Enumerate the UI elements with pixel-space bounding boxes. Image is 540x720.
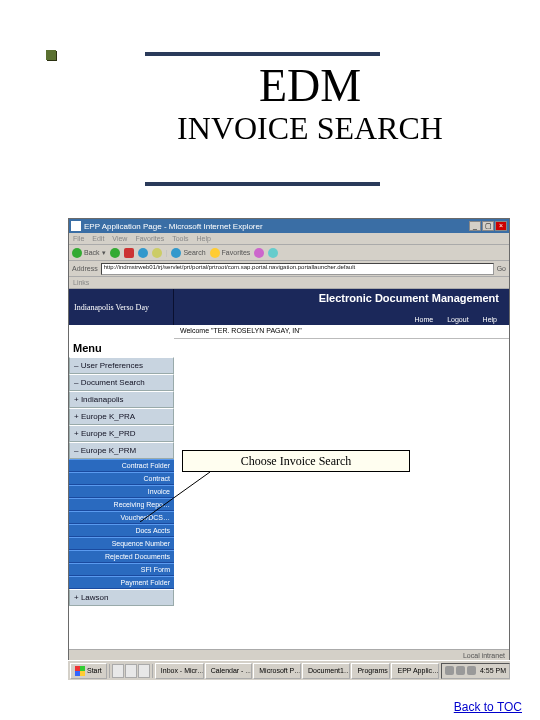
- start-label: Start: [87, 667, 102, 674]
- menu-bar: File Edit View Favorites Tools Help: [69, 233, 509, 245]
- edm-header: Indianapolis Verso Day Electronic Docume…: [69, 289, 509, 325]
- window-title: EPP Application Page - Microsoft Interne…: [84, 222, 263, 231]
- sub-invoice[interactable]: Invoice: [69, 485, 174, 498]
- sub-rejected[interactable]: Rejected Documents: [69, 550, 174, 563]
- menu-europe-pra[interactable]: + Europe K_PRA: [69, 408, 174, 425]
- task-button[interactable]: Inbox - Micr…: [155, 663, 204, 679]
- tray-icon[interactable]: [445, 666, 454, 675]
- slide-title: EDM INVOICE SEARCH: [110, 62, 510, 146]
- ql-icon[interactable]: [125, 664, 137, 678]
- callout-text: Choose Invoice Search: [241, 454, 352, 469]
- media-button[interactable]: [254, 248, 264, 258]
- menu-file[interactable]: File: [73, 235, 84, 242]
- menu-favorites[interactable]: Favorites: [135, 235, 164, 242]
- window-titlebar: EPP Application Page - Microsoft Interne…: [69, 219, 509, 233]
- top-rule: [145, 52, 380, 56]
- sub-docs-accts[interactable]: Docs Accts: [69, 524, 174, 537]
- task-button[interactable]: Programs: [351, 663, 390, 679]
- favorites-button[interactable]: Favorites: [210, 248, 251, 258]
- address-input[interactable]: http://indmstrweb01/irj/servlet/prt/port…: [101, 263, 494, 275]
- clock: 4:55 PM: [478, 667, 506, 674]
- menu-tools[interactable]: Tools: [172, 235, 188, 242]
- menu-europe-prd[interactable]: + Europe K_PRD: [69, 425, 174, 442]
- address-bar: Address http://indmstrweb01/irj/servlet/…: [69, 261, 509, 277]
- back-to-toc-link[interactable]: Back to TOC: [454, 700, 522, 714]
- title-line-1: EDM: [110, 62, 510, 110]
- menu-heading: Menu: [69, 339, 174, 357]
- app-title: Electronic Document Management: [174, 289, 509, 313]
- windows-logo-icon: [75, 666, 85, 676]
- sub-payment[interactable]: Payment Folder: [69, 576, 174, 589]
- sub-sfi[interactable]: SFI Form: [69, 563, 174, 576]
- back-button[interactable]: Back ▾: [72, 248, 106, 258]
- task-buttons: Inbox - Micr… Calendar - … Microsoft P… …: [153, 663, 441, 679]
- taskbar-region: Start Inbox - Micr… Calendar - … Microso…: [68, 660, 510, 680]
- ql-icon[interactable]: [112, 664, 124, 678]
- links-bar: Links: [69, 277, 509, 289]
- menu-view[interactable]: View: [112, 235, 127, 242]
- menu-sidebar: Menu – User Preferences – Document Searc…: [69, 339, 174, 606]
- task-button[interactable]: Document1…: [302, 663, 350, 679]
- stop-button[interactable]: [124, 248, 134, 258]
- close-button[interactable]: ×: [495, 221, 507, 231]
- callout-box: Choose Invoice Search: [182, 450, 410, 472]
- mid-rule: [145, 182, 380, 186]
- sub-contract-folder[interactable]: Contract Folder: [69, 459, 174, 472]
- home-button[interactable]: [152, 248, 162, 258]
- task-button[interactable]: Microsoft P…: [253, 663, 301, 679]
- nav-logout[interactable]: Logout: [447, 316, 468, 323]
- address-label: Address: [72, 265, 98, 272]
- go-button[interactable]: Go: [497, 265, 506, 272]
- task-button[interactable]: Calendar - …: [205, 663, 253, 679]
- menu-document-search[interactable]: – Document Search: [69, 374, 174, 391]
- sub-contract[interactable]: Contract: [69, 472, 174, 485]
- sub-sequence[interactable]: Sequence Number: [69, 537, 174, 550]
- nav-help[interactable]: Help: [483, 316, 497, 323]
- org-name: Indianapolis Verso Day: [69, 289, 174, 325]
- sub-receiving[interactable]: Receiving Repo…: [69, 498, 174, 511]
- start-button[interactable]: Start: [70, 663, 107, 679]
- menu-help[interactable]: Help: [197, 235, 211, 242]
- menu-user-preferences[interactable]: – User Preferences: [69, 357, 174, 374]
- taskbar: Start Inbox - Micr… Calendar - … Microso…: [68, 660, 510, 680]
- ql-icon[interactable]: [138, 664, 150, 678]
- tray-icon[interactable]: [467, 666, 476, 675]
- ie-icon: [71, 221, 81, 231]
- welcome-text: Welcome "TER. ROSELYN PAGAY, IN": [174, 325, 509, 339]
- toolbar: Back ▾ | Search Favorites: [69, 245, 509, 261]
- menu-indianapolis[interactable]: + Indianapolis: [69, 391, 174, 408]
- tray-icon[interactable]: [456, 666, 465, 675]
- minimize-button[interactable]: _: [469, 221, 481, 231]
- menu-lawson[interactable]: + Lawson: [69, 589, 174, 606]
- task-button[interactable]: EPP Applic…: [391, 663, 438, 679]
- links-label: Links: [73, 279, 89, 286]
- search-button[interactable]: Search: [171, 248, 205, 258]
- status-zone: Local intranet: [463, 652, 505, 659]
- nav-home[interactable]: Home: [414, 316, 433, 323]
- title-line-2: INVOICE SEARCH: [110, 112, 510, 146]
- bullet-icon: [46, 50, 56, 60]
- system-tray: 4:55 PM: [441, 663, 510, 679]
- sub-voucher[interactable]: Voucher/DCS…: [69, 511, 174, 524]
- forward-button[interactable]: [110, 248, 120, 258]
- menu-edit[interactable]: Edit: [92, 235, 104, 242]
- menu-europe-prm[interactable]: – Europe K_PRM: [69, 442, 174, 459]
- history-button[interactable]: [268, 248, 278, 258]
- maximize-button[interactable]: ▢: [482, 221, 494, 231]
- quick-launch: [109, 664, 153, 678]
- browser-window: EPP Application Page - Microsoft Interne…: [68, 218, 510, 662]
- refresh-button[interactable]: [138, 248, 148, 258]
